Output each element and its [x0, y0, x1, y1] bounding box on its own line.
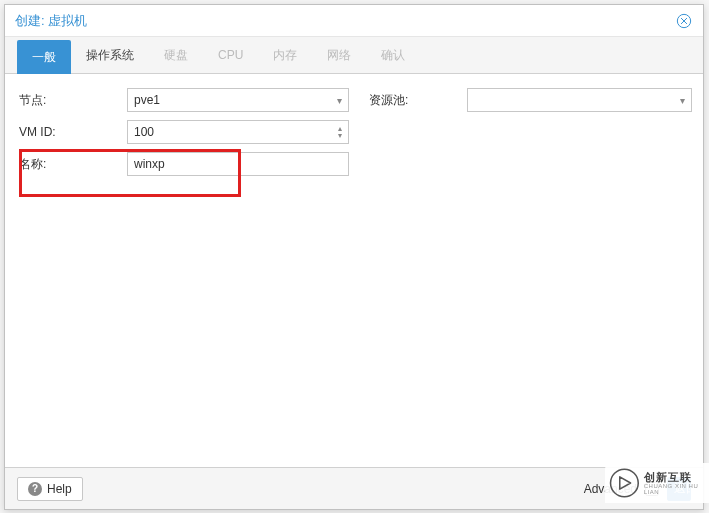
pool-label: 资源池:	[369, 92, 467, 109]
right-column: 资源池: ▾	[369, 88, 692, 112]
tab-memory: 内存	[258, 37, 312, 73]
tab-cpu: CPU	[203, 37, 258, 73]
node-value: pve1	[134, 93, 160, 107]
close-icon	[676, 13, 692, 29]
chevron-down-icon: ▾	[680, 95, 685, 106]
help-icon: ?	[28, 482, 42, 496]
watermark-sub: CHUANG XIN HU LIAN	[644, 483, 709, 495]
svg-point-1	[611, 469, 639, 497]
pool-row: 资源池: ▾	[369, 88, 692, 112]
watermark: 创新互联 CHUANG XIN HU LIAN	[605, 463, 709, 503]
create-vm-modal: 创建: 虚拟机 一般 操作系统 硬盘 CPU 内存 网络 确认 节点: pve1…	[4, 4, 704, 510]
node-row: 节点: pve1 ▾	[19, 88, 349, 112]
tab-general[interactable]: 一般	[17, 40, 71, 74]
tab-confirm: 确认	[366, 37, 420, 73]
spinner-arrows-icon[interactable]: ▴▾	[338, 125, 342, 139]
tab-disk: 硬盘	[149, 37, 203, 73]
node-label: 节点:	[19, 92, 127, 109]
chevron-down-icon: ▾	[337, 95, 342, 106]
watermark-logo-icon	[609, 466, 640, 500]
window-header: 创建: 虚拟机	[5, 5, 703, 37]
close-button[interactable]	[675, 12, 693, 30]
node-combo[interactable]: pve1 ▾	[127, 88, 349, 112]
wizard-tabs: 一般 操作系统 硬盘 CPU 内存 网络 确认	[5, 37, 703, 74]
tab-network: 网络	[312, 37, 366, 73]
help-button[interactable]: ? Help	[17, 477, 83, 501]
pool-combo[interactable]: ▾	[467, 88, 692, 112]
vmid-row: VM ID: 100 ▴▾	[19, 120, 349, 144]
window-title: 创建: 虚拟机	[15, 12, 87, 30]
form-body: 节点: pve1 ▾ VM ID: 100 ▴▾ 名称: 资源池:	[5, 74, 703, 467]
vmid-spinner[interactable]: 100 ▴▾	[127, 120, 349, 144]
name-input[interactable]	[127, 152, 349, 176]
tab-os[interactable]: 操作系统	[71, 37, 149, 73]
vmid-label: VM ID:	[19, 125, 127, 139]
name-label: 名称:	[19, 156, 127, 173]
left-column: 节点: pve1 ▾ VM ID: 100 ▴▾ 名称:	[19, 88, 349, 176]
footer: ? Help Advanced 返回	[5, 467, 703, 509]
name-row: 名称:	[19, 152, 349, 176]
help-label: Help	[47, 482, 72, 496]
vmid-value: 100	[134, 125, 154, 139]
watermark-brand: 创新互联	[644, 471, 709, 483]
